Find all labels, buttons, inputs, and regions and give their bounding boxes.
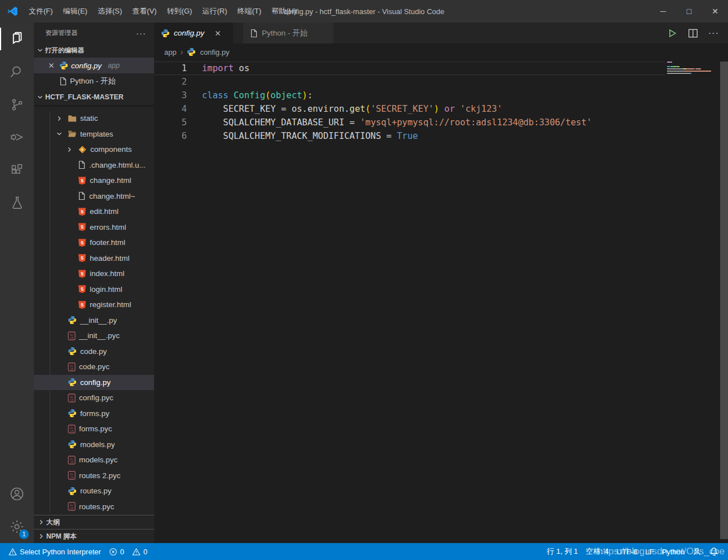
tree-item-config.py[interactable]: config.py	[34, 375, 154, 391]
file-icon	[250, 29, 258, 38]
tree-item-models.py[interactable]: models.py	[34, 437, 154, 453]
minimap-line	[667, 64, 719, 65]
status-item-label: 空格: 4	[586, 546, 608, 557]
code-text: SQLALCHEMY_TRACK_MODIFICATIONS = True	[187, 129, 418, 143]
menu-item-5[interactable]: 运行(R)	[197, 3, 232, 19]
editor-scrollbar[interactable]	[720, 60, 728, 543]
open-editor-item-1[interactable]: Python - 开始	[34, 73, 154, 89]
activitybar-search[interactable]	[0, 55, 34, 88]
code-editor[interactable]: 1import os23class Config(object):4 SECRE…	[154, 60, 728, 543]
status-item-select-python-interpreter[interactable]: Select Python Interpreter	[5, 543, 105, 560]
minimap[interactable]	[667, 62, 719, 75]
tree-item-errors.html[interactable]: 5errors.html	[34, 220, 154, 235]
menu-item-2[interactable]: 选择(S)	[93, 3, 127, 19]
tree-item-components[interactable]: components	[34, 142, 154, 158]
svg-text:10: 10	[70, 336, 73, 339]
menu-item-4[interactable]: 转到(G)	[162, 3, 198, 19]
html-icon: 5	[78, 269, 86, 278]
tree-item-label: __init__.py	[80, 316, 117, 325]
html-icon: 5	[78, 207, 86, 216]
activitybar-explorer[interactable]	[0, 23, 34, 55]
status-item-python[interactable]: Python	[658, 543, 688, 560]
tree-item-forms.py[interactable]: forms.py	[34, 406, 154, 422]
tab-config.py[interactable]: config.py	[154, 23, 233, 43]
minimap-line	[667, 71, 719, 72]
breadcrumb-folder[interactable]: app	[164, 48, 177, 56]
tree-item-code.pyc[interactable]: 0110code.pyc	[34, 359, 154, 375]
tree-item-forms.pyc[interactable]: 0110forms.pyc	[34, 421, 154, 437]
tree-item-routes.pyc[interactable]: 0110routes.pyc	[34, 499, 154, 515]
tree-item-index.html[interactable]: 5index.html	[34, 266, 154, 282]
sidebar-panel-1[interactable]: NPM 脚本	[34, 529, 154, 543]
activitybar-extensions[interactable]	[0, 154, 34, 186]
open-editor-item-0[interactable]: config.pyapp	[34, 58, 154, 73]
run-python-file-icon[interactable]	[666, 28, 678, 39]
tree-item-routes-2.pyc[interactable]: 0110routes 2.pyc	[34, 468, 154, 484]
status-item-0[interactable]: 0	[128, 543, 151, 560]
pyc-icon: 0110	[68, 471, 76, 480]
minimap-line	[667, 73, 719, 74]
status-item-utf-8[interactable]: UTF-8	[613, 543, 642, 560]
activitybar-testing[interactable]	[0, 186, 34, 219]
tree-item-.change.html.u...[interactable]: .change.html.u...	[34, 158, 154, 173]
tree-item-header.html[interactable]: 5header.html	[34, 251, 154, 266]
sidebar-panel-0[interactable]: 大纲	[34, 515, 154, 529]
code-token: )	[434, 104, 439, 114]
tree-item-templates[interactable]: templates	[34, 126, 154, 142]
tree-item-routes.py[interactable]: routes.py	[34, 483, 154, 499]
tree-item-models.pyc[interactable]: 0110models.pyc	[34, 452, 154, 468]
tree-item-change.html[interactable]: 5change.html	[34, 173, 154, 189]
activitybar-settings[interactable]: 1	[0, 510, 34, 543]
scrollbar-thumb[interactable]	[720, 62, 728, 539]
status-item-0[interactable]: 0	[105, 543, 128, 560]
tree-item-login.html[interactable]: 5login.html	[34, 282, 154, 298]
tree-item-config.pyc[interactable]: 0110config.pyc	[34, 390, 154, 406]
tree-item-code.py[interactable]: code.py	[34, 344, 154, 360]
code-token: (	[265, 90, 270, 100]
tree-item--init-.pyc[interactable]: 0110__init__.pyc	[34, 328, 154, 344]
status-item--1-1[interactable]: 行 1, 列 1	[543, 543, 582, 560]
menu-item-1[interactable]: 编辑(E)	[58, 3, 93, 19]
status-item--4[interactable]: 空格: 4	[582, 543, 612, 560]
breadcrumb-file[interactable]: config.py	[200, 48, 229, 56]
minimap-segment	[689, 73, 691, 74]
search-icon	[9, 64, 25, 80]
pyc-icon: 0110	[68, 425, 76, 434]
minimap-segment	[667, 71, 685, 72]
minimap-segment	[667, 68, 683, 69]
menu-item-3[interactable]: 查看(V)	[127, 3, 161, 19]
tree-item-edit.html[interactable]: 5edit.html	[34, 204, 154, 220]
account-icon	[9, 486, 25, 502]
file-icon	[78, 160, 86, 169]
status-item-lf[interactable]: LF	[641, 543, 657, 560]
tab-bar: config.pyPython - 开始 ···	[154, 23, 728, 43]
activitybar-source-control[interactable]	[0, 88, 34, 121]
menu-item-6[interactable]: 终端(T)	[232, 3, 266, 19]
code-token: object	[270, 90, 302, 100]
status-item-bell[interactable]	[705, 543, 722, 560]
tree-item-change.html-[interactable]: change.html~	[34, 189, 154, 204]
maximize-button[interactable]: □	[676, 0, 702, 23]
menu-item-0[interactable]: 文件(F)	[24, 3, 58, 19]
split-editor-icon[interactable]	[688, 28, 698, 38]
code-token: )	[302, 90, 307, 100]
tab-Python-[interactable]: Python - 开始	[243, 23, 334, 43]
open-editors-header[interactable]: 打开的编辑器	[34, 43, 154, 58]
tree-item--init-.py[interactable]: __init__.py	[34, 313, 154, 329]
close-icon[interactable]	[214, 29, 222, 37]
code-text: SQLALCHEMY_DATABASE_URI = 'mysql+pymysql…	[187, 116, 592, 129]
status-item-person[interactable]	[688, 543, 705, 560]
code-token: SECRET_KEY = os.environ.	[202, 104, 349, 114]
project-root-header[interactable]: HCTF_FLASK-MASTER	[34, 89, 154, 105]
more-actions-icon[interactable]: ···	[136, 28, 146, 38]
more-actions-icon[interactable]: ···	[708, 28, 719, 38]
minimap-segment	[685, 71, 711, 72]
tree-item-static[interactable]: static	[34, 111, 154, 126]
activitybar-account[interactable]	[0, 478, 34, 510]
tree-item-register.html[interactable]: 5register.html	[34, 297, 154, 313]
activitybar-run-debug[interactable]	[0, 121, 34, 154]
close-icon[interactable]	[46, 62, 56, 69]
minimize-button[interactable]: ─	[650, 0, 676, 23]
close-button[interactable]: ✕	[702, 0, 728, 23]
tree-item-footer.html[interactable]: 5footer.html	[34, 235, 154, 251]
